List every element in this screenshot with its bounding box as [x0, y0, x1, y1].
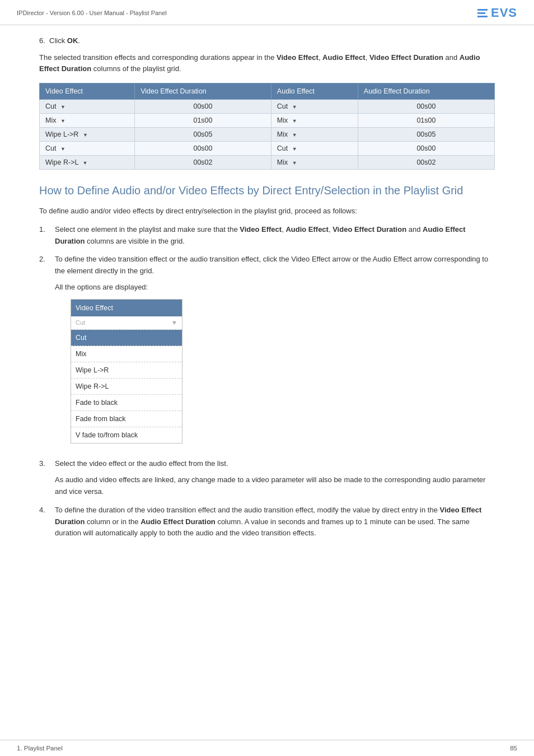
- section-heading: How to Define Audio and/or Video Effects…: [39, 183, 495, 198]
- cell-audio-duration: 01s00: [358, 114, 494, 128]
- table-row: Mix ▼ 01s00 Mix ▼ 01s00: [40, 114, 495, 128]
- cell-video-effect: Wipe R->L ▼: [40, 156, 135, 170]
- dropdown-arrow-current: ▼: [171, 318, 177, 328]
- dropdown-item-wipe-lr[interactable]: Wipe L->R: [71, 362, 182, 379]
- cell-audio-effect: Cut ▼: [271, 100, 358, 114]
- cell-video-duration: 00s00: [135, 100, 271, 114]
- audio-effect-arrow[interactable]: ▼: [292, 118, 297, 124]
- step-num-3: 3.: [39, 458, 55, 470]
- cell-video-duration: 01s00: [135, 114, 271, 128]
- step-num-1: 1.: [39, 224, 55, 236]
- step-num-4: 4.: [39, 505, 55, 516]
- col-video-duration: Video Effect Duration: [135, 83, 271, 100]
- video-effect-arrow[interactable]: ▼: [82, 160, 87, 166]
- intro-paragraph: The selected transition effects and corr…: [39, 52, 495, 76]
- cell-video-duration: 00s00: [135, 142, 271, 156]
- step-6-num: 6. Click OK.: [39, 36, 80, 45]
- video-effect-arrow[interactable]: ▼: [60, 118, 65, 124]
- video-effect-arrow[interactable]: ▼: [60, 146, 65, 152]
- cell-video-duration: 00s02: [135, 156, 271, 170]
- sub-note-2: All the options are displayed:: [55, 282, 495, 293]
- video-effect-arrow[interactable]: ▼: [60, 104, 65, 110]
- cell-audio-effect: Mix ▼: [271, 128, 358, 142]
- cell-video-effect: Wipe L->R ▼: [40, 128, 135, 142]
- cell-audio-effect: Mix ▼: [271, 114, 358, 128]
- cell-audio-duration: 00s00: [358, 100, 494, 114]
- col-audio-effect: Audio Effect: [271, 83, 358, 100]
- dropdown-sep: Cut ▼: [71, 316, 182, 330]
- col-audio-duration: Audio Effect Duration: [358, 83, 494, 100]
- cell-audio-duration: 00s05: [358, 128, 494, 142]
- audio-effect-arrow[interactable]: ▼: [292, 146, 297, 152]
- sub-note-3: As audio and video effects are linked, a…: [55, 474, 495, 498]
- audio-effect-arrow[interactable]: ▼: [292, 132, 297, 138]
- main-content: 6. Click OK. The selected transition eff…: [0, 25, 534, 740]
- step-body-2: To define the video transition effect or…: [55, 254, 495, 451]
- instruction-4: 4. To define the duration of the video t…: [39, 505, 495, 539]
- cell-audio-effect: Cut ▼: [271, 142, 358, 156]
- footer-right: 85: [510, 745, 517, 752]
- instructions-list: 1. Select one element in the playlist an…: [39, 224, 495, 539]
- cell-audio-duration: 00s02: [358, 156, 494, 170]
- page-header: IPDirector - Version 6.00 - User Manual …: [0, 0, 534, 25]
- video-effect-dropdown[interactable]: Video Effect Cut ▼ Cut Mix Wipe L->R Wip…: [71, 299, 182, 444]
- footer-left: 1. Playlist Panel: [17, 745, 63, 752]
- instruction-3: 3. Select the video effect or the audio …: [39, 458, 495, 497]
- section-intro: To define audio and/or video effects by …: [39, 206, 495, 217]
- effects-grid: Video Effect Video Effect Duration Audio…: [39, 83, 495, 170]
- page-footer: 1. Playlist Panel 85: [0, 740, 534, 756]
- table-row: Cut ▼ 00s00 Cut ▼ 00s00: [40, 100, 495, 114]
- dropdown-item-fade-black[interactable]: Fade to black: [71, 395, 182, 411]
- dropdown-item-fade-from-black[interactable]: Fade from black: [71, 411, 182, 427]
- logo-lines: [477, 9, 488, 17]
- logo-line-3: [477, 16, 488, 17]
- table-row: Wipe R->L ▼ 00s02 Mix ▼ 00s02: [40, 156, 495, 170]
- audio-effect-arrow[interactable]: ▼: [292, 104, 297, 110]
- logo-line-1: [477, 9, 488, 11]
- dropdown-current: Cut: [76, 318, 85, 328]
- step-body-3: Select the video effect or the audio eff…: [55, 458, 495, 497]
- cell-video-duration: 00s05: [135, 128, 271, 142]
- evs-logo: EVS: [477, 6, 517, 20]
- audio-effect-arrow[interactable]: ▼: [292, 160, 297, 166]
- step-6: 6. Click OK.: [39, 35, 495, 46]
- cell-video-effect: Cut ▼: [40, 142, 135, 156]
- dropdown-item-v-fade[interactable]: V fade to/from black: [71, 427, 182, 443]
- table-row: Wipe L->R ▼ 00s05 Mix ▼ 00s05: [40, 128, 495, 142]
- instruction-2: 2. To define the video transition effect…: [39, 254, 495, 451]
- col-video-effect: Video Effect: [40, 83, 135, 100]
- header-title: IPDirector - Version 6.00 - User Manual …: [17, 10, 167, 16]
- dropdown-item-wipe-rl[interactable]: Wipe R->L: [71, 379, 182, 395]
- step-num-2: 2.: [39, 254, 55, 265]
- cell-video-effect: Cut ▼: [40, 100, 135, 114]
- cell-audio-duration: 00s00: [358, 142, 494, 156]
- video-effect-arrow[interactable]: ▼: [83, 132, 88, 138]
- step-body-1: Select one element in the playlist and m…: [55, 224, 495, 248]
- logo-line-2: [477, 12, 485, 14]
- cell-audio-effect: Mix ▼: [271, 156, 358, 170]
- instruction-1: 1. Select one element in the playlist an…: [39, 224, 495, 248]
- page-wrapper: IPDirector - Version 6.00 - User Manual …: [0, 0, 534, 756]
- dropdown-header: Video Effect: [71, 300, 182, 316]
- dropdown-item-mix[interactable]: Mix: [71, 346, 182, 362]
- dropdown-item-cut[interactable]: Cut: [71, 330, 182, 346]
- logo-text: EVS: [491, 6, 517, 20]
- table-row: Cut ▼ 00s00 Cut ▼ 00s00: [40, 142, 495, 156]
- cell-video-effect: Mix ▼: [40, 114, 135, 128]
- step-body-4: To define the duration of the video tran…: [55, 505, 495, 539]
